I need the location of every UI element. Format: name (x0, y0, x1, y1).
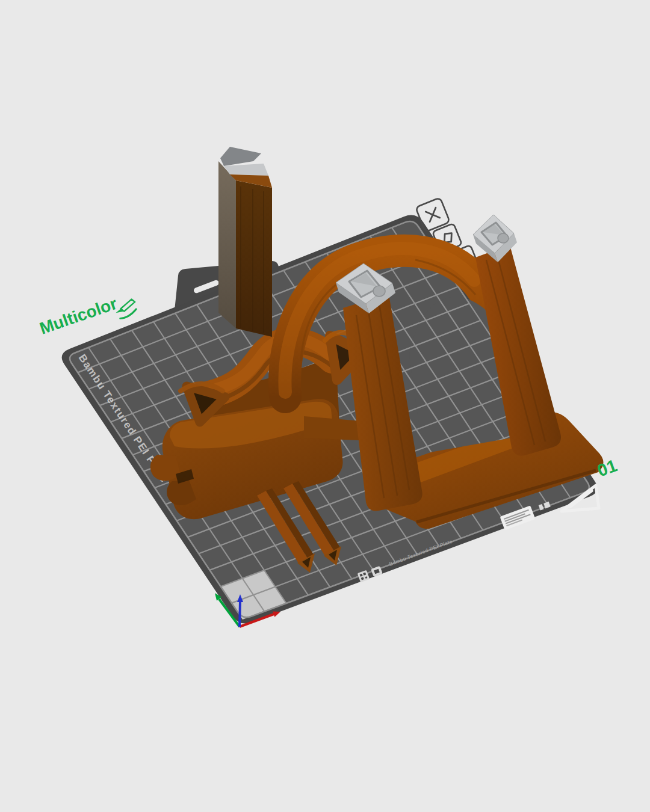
z-axis (240, 601, 240, 627)
prime-tower[interactable] (218, 147, 272, 337)
viewport-3d[interactable]: Bambu Textured PEI Plate Bambu Textured … (0, 0, 650, 812)
hook-prong-1 (150, 455, 181, 481)
prime-tower-top-gray (220, 147, 261, 166)
filament-label: Multicolor (37, 294, 120, 338)
